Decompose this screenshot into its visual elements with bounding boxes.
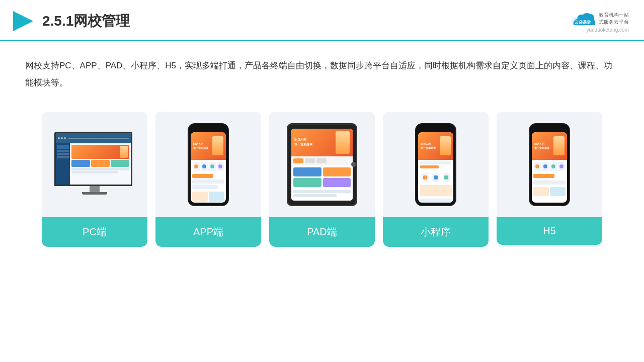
card-pc: PC端 — [42, 112, 147, 247]
pad-tablet-icon: 职达人的第一堂刷题课 — [287, 123, 357, 206]
card-h5-image: 职达人的第一堂刷题课 — [497, 112, 602, 217]
svg-text:云朵课堂: 云朵课堂 — [575, 20, 591, 25]
page-title: 2.5.1网校管理 — [42, 12, 130, 31]
card-pc-image — [42, 112, 147, 217]
card-pad-label: PAD端 — [269, 217, 375, 247]
logo-text: 教育机构一站 式服务云平台 — [599, 12, 629, 26]
card-miniprogram-image: 职达人的第一堂刷题课 — [383, 112, 489, 217]
h5-phone-icon: 职达人的第一堂刷题课 — [529, 123, 570, 206]
card-pad-image: 职达人的第一堂刷题课 — [269, 112, 375, 217]
play-icon — [10, 9, 34, 33]
header-left: 2.5.1网校管理 — [10, 9, 130, 33]
card-h5: 职达人的第一堂刷题课 — [497, 112, 602, 247]
cloud-logo-icon: 云朵课堂 — [570, 10, 596, 27]
app-phone-icon: 职达人的第一堂刷题课 — [188, 123, 229, 206]
logo-url: yunduoketang.com — [586, 27, 629, 33]
card-miniprogram-label: 小程序 — [383, 217, 489, 247]
card-app-image: 职达人的第一堂刷题课 — [155, 112, 261, 217]
card-pad: 职达人的第一堂刷题课 — [269, 112, 375, 247]
card-h5-label: H5 — [497, 217, 602, 245]
miniprogram-phone-icon: 职达人的第一堂刷题课 — [415, 123, 456, 206]
card-app: 职达人的第一堂刷题课 — [155, 112, 261, 247]
card-app-label: APP端 — [155, 217, 261, 247]
header: 2.5.1网校管理 云朵课堂 教育机构一站 式服务云平台 yunduoketan… — [0, 0, 644, 41]
card-miniprogram: 职达人的第一堂刷题课 — [383, 112, 489, 247]
description-content: 网校支持PC、APP、PAD、小程序、H5，实现多端打通，产品各终端自由切换，数… — [25, 61, 612, 87]
svg-marker-0 — [13, 11, 33, 31]
logo-area: 云朵课堂 教育机构一站 式服务云平台 yunduoketang.com — [570, 10, 629, 33]
card-pc-label: PC端 — [42, 217, 147, 247]
pc-monitor-icon — [54, 132, 135, 197]
cards-container: PC端 职达人的第一堂刷题课 — [0, 102, 644, 262]
description-text: 网校支持PC、APP、PAD、小程序、H5，实现多端打通，产品各终端自由切换，数… — [0, 41, 644, 102]
